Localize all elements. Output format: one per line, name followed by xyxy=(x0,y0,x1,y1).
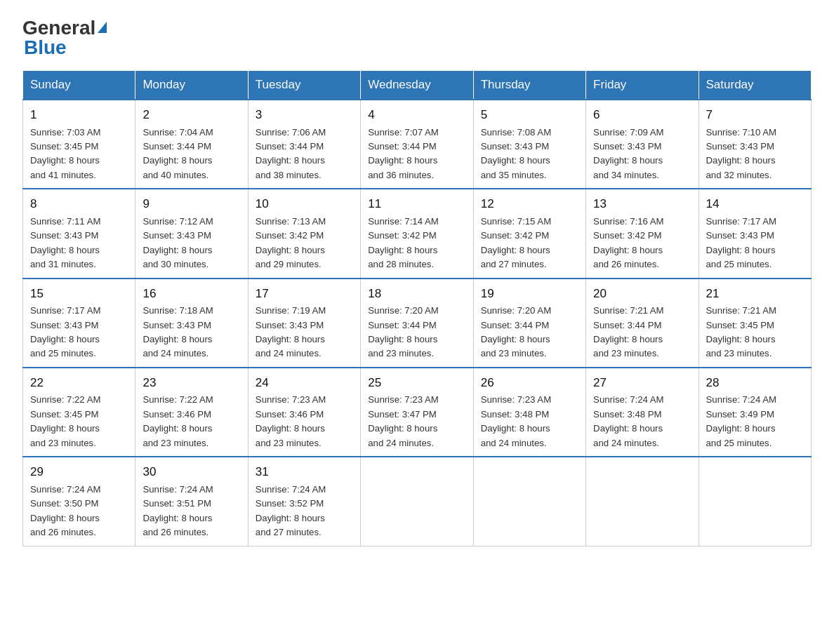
calendar-cell: 4 Sunrise: 7:07 AMSunset: 3:44 PMDayligh… xyxy=(361,100,473,189)
day-info: Sunrise: 7:23 AMSunset: 3:48 PMDaylight:… xyxy=(481,394,551,448)
calendar-week-row: 22 Sunrise: 7:22 AMSunset: 3:45 PMDaylig… xyxy=(23,368,812,457)
calendar-cell: 18 Sunrise: 7:20 AMSunset: 3:44 PMDaylig… xyxy=(361,279,473,368)
calendar-cell: 1 Sunrise: 7:03 AMSunset: 3:45 PMDayligh… xyxy=(23,100,135,189)
day-of-week-header: Saturday xyxy=(699,71,811,100)
calendar-cell: 8 Sunrise: 7:11 AMSunset: 3:43 PMDayligh… xyxy=(23,189,135,278)
calendar-cell: 16 Sunrise: 7:18 AMSunset: 3:43 PMDaylig… xyxy=(135,279,248,368)
day-info: Sunrise: 7:23 AMSunset: 3:47 PMDaylight:… xyxy=(368,394,438,448)
day-of-week-header: Friday xyxy=(586,71,699,100)
calendar-cell: 22 Sunrise: 7:22 AMSunset: 3:45 PMDaylig… xyxy=(23,368,135,457)
day-number: 4 xyxy=(368,106,465,124)
day-number: 19 xyxy=(481,285,578,303)
day-of-week-header: Sunday xyxy=(23,71,135,100)
calendar-cell: 23 Sunrise: 7:22 AMSunset: 3:46 PMDaylig… xyxy=(135,368,248,457)
day-info: Sunrise: 7:15 AMSunset: 3:42 PMDaylight:… xyxy=(481,216,551,269)
calendar-cell: 19 Sunrise: 7:20 AMSunset: 3:44 PMDaylig… xyxy=(473,279,585,368)
day-number: 18 xyxy=(368,285,465,303)
day-number: 15 xyxy=(30,285,128,303)
day-info: Sunrise: 7:20 AMSunset: 3:44 PMDaylight:… xyxy=(481,305,551,358)
day-number: 13 xyxy=(593,195,691,213)
day-number: 2 xyxy=(143,106,240,124)
calendar-cell: 11 Sunrise: 7:14 AMSunset: 3:42 PMDaylig… xyxy=(361,189,473,278)
day-info: Sunrise: 7:04 AMSunset: 3:44 PMDaylight:… xyxy=(143,127,213,180)
day-info: Sunrise: 7:20 AMSunset: 3:44 PMDaylight:… xyxy=(368,305,438,358)
day-info: Sunrise: 7:22 AMSunset: 3:45 PMDaylight:… xyxy=(30,394,100,448)
day-info: Sunrise: 7:21 AMSunset: 3:45 PMDaylight:… xyxy=(706,305,776,358)
day-info: Sunrise: 7:12 AMSunset: 3:43 PMDaylight:… xyxy=(143,216,213,269)
day-number: 20 xyxy=(593,285,691,303)
calendar-cell xyxy=(586,457,699,546)
calendar-cell: 9 Sunrise: 7:12 AMSunset: 3:43 PMDayligh… xyxy=(135,189,248,278)
day-of-week-header: Thursday xyxy=(473,71,585,100)
day-info: Sunrise: 7:14 AMSunset: 3:42 PMDaylight:… xyxy=(368,216,438,269)
calendar-cell: 2 Sunrise: 7:04 AMSunset: 3:44 PMDayligh… xyxy=(135,100,248,189)
calendar-cell xyxy=(361,457,473,546)
logo: General Blue xyxy=(22,17,107,59)
calendar-cell: 3 Sunrise: 7:06 AMSunset: 3:44 PMDayligh… xyxy=(248,100,360,189)
calendar-cell: 31 Sunrise: 7:24 AMSunset: 3:52 PMDaylig… xyxy=(248,457,360,546)
day-number: 25 xyxy=(368,374,465,392)
calendar-cell: 12 Sunrise: 7:15 AMSunset: 3:42 PMDaylig… xyxy=(473,189,585,278)
day-number: 22 xyxy=(30,374,128,392)
logo-triangle-icon xyxy=(98,22,107,33)
calendar-week-row: 1 Sunrise: 7:03 AMSunset: 3:45 PMDayligh… xyxy=(23,100,812,189)
day-number: 17 xyxy=(256,285,353,303)
day-number: 11 xyxy=(368,195,465,213)
day-number: 28 xyxy=(706,374,804,392)
calendar-cell: 30 Sunrise: 7:24 AMSunset: 3:51 PMDaylig… xyxy=(135,457,248,546)
header: General Blue xyxy=(22,17,812,59)
calendar-cell: 20 Sunrise: 7:21 AMSunset: 3:44 PMDaylig… xyxy=(586,279,699,368)
day-of-week-header: Tuesday xyxy=(248,71,360,100)
day-number: 24 xyxy=(256,374,353,392)
calendar-week-row: 15 Sunrise: 7:17 AMSunset: 3:43 PMDaylig… xyxy=(23,279,812,368)
day-info: Sunrise: 7:11 AMSunset: 3:43 PMDaylight:… xyxy=(30,216,100,269)
day-number: 29 xyxy=(30,463,128,481)
day-info: Sunrise: 7:19 AMSunset: 3:43 PMDaylight:… xyxy=(256,305,326,358)
day-info: Sunrise: 7:21 AMSunset: 3:44 PMDaylight:… xyxy=(593,305,663,358)
calendar-cell: 25 Sunrise: 7:23 AMSunset: 3:47 PMDaylig… xyxy=(361,368,473,457)
calendar-header-row: SundayMondayTuesdayWednesdayThursdayFrid… xyxy=(23,71,812,100)
day-number: 26 xyxy=(481,374,578,392)
day-info: Sunrise: 7:07 AMSunset: 3:44 PMDaylight:… xyxy=(368,127,438,180)
day-number: 8 xyxy=(30,195,128,213)
day-number: 9 xyxy=(143,195,240,213)
calendar-cell: 6 Sunrise: 7:09 AMSunset: 3:43 PMDayligh… xyxy=(586,100,699,189)
day-info: Sunrise: 7:23 AMSunset: 3:46 PMDaylight:… xyxy=(256,394,326,448)
day-number: 5 xyxy=(481,106,578,124)
calendar-cell: 26 Sunrise: 7:23 AMSunset: 3:48 PMDaylig… xyxy=(473,368,585,457)
day-info: Sunrise: 7:13 AMSunset: 3:42 PMDaylight:… xyxy=(256,216,326,269)
calendar-cell: 21 Sunrise: 7:21 AMSunset: 3:45 PMDaylig… xyxy=(699,279,811,368)
day-info: Sunrise: 7:22 AMSunset: 3:46 PMDaylight:… xyxy=(143,394,213,448)
day-of-week-header: Monday xyxy=(135,71,248,100)
day-info: Sunrise: 7:18 AMSunset: 3:43 PMDaylight:… xyxy=(143,305,213,358)
calendar-cell: 14 Sunrise: 7:17 AMSunset: 3:43 PMDaylig… xyxy=(699,189,811,278)
day-info: Sunrise: 7:24 AMSunset: 3:52 PMDaylight:… xyxy=(256,484,326,537)
calendar-cell: 10 Sunrise: 7:13 AMSunset: 3:42 PMDaylig… xyxy=(248,189,360,278)
calendar-cell: 28 Sunrise: 7:24 AMSunset: 3:49 PMDaylig… xyxy=(699,368,811,457)
calendar-cell: 15 Sunrise: 7:17 AMSunset: 3:43 PMDaylig… xyxy=(23,279,135,368)
calendar-week-row: 29 Sunrise: 7:24 AMSunset: 3:50 PMDaylig… xyxy=(23,457,812,546)
day-info: Sunrise: 7:24 AMSunset: 3:51 PMDaylight:… xyxy=(143,484,213,537)
day-info: Sunrise: 7:17 AMSunset: 3:43 PMDaylight:… xyxy=(706,216,776,269)
day-number: 10 xyxy=(256,195,353,213)
calendar-cell: 27 Sunrise: 7:24 AMSunset: 3:48 PMDaylig… xyxy=(586,368,699,457)
day-of-week-header: Wednesday xyxy=(361,71,473,100)
day-number: 3 xyxy=(256,106,353,124)
day-info: Sunrise: 7:17 AMSunset: 3:43 PMDaylight:… xyxy=(30,305,100,358)
day-number: 12 xyxy=(481,195,578,213)
day-number: 21 xyxy=(706,285,804,303)
day-number: 1 xyxy=(30,106,128,124)
day-number: 6 xyxy=(593,106,691,124)
day-number: 14 xyxy=(706,195,804,213)
calendar-cell: 7 Sunrise: 7:10 AMSunset: 3:43 PMDayligh… xyxy=(699,100,811,189)
calendar-cell: 17 Sunrise: 7:19 AMSunset: 3:43 PMDaylig… xyxy=(248,279,360,368)
day-info: Sunrise: 7:09 AMSunset: 3:43 PMDaylight:… xyxy=(593,127,663,180)
calendar-cell: 5 Sunrise: 7:08 AMSunset: 3:43 PMDayligh… xyxy=(473,100,585,189)
calendar-week-row: 8 Sunrise: 7:11 AMSunset: 3:43 PMDayligh… xyxy=(23,189,812,278)
calendar-cell: 24 Sunrise: 7:23 AMSunset: 3:46 PMDaylig… xyxy=(248,368,360,457)
day-info: Sunrise: 7:24 AMSunset: 3:49 PMDaylight:… xyxy=(706,394,776,448)
calendar-cell xyxy=(473,457,585,546)
day-number: 31 xyxy=(256,463,353,481)
day-number: 23 xyxy=(143,374,240,392)
calendar-cell xyxy=(699,457,811,546)
